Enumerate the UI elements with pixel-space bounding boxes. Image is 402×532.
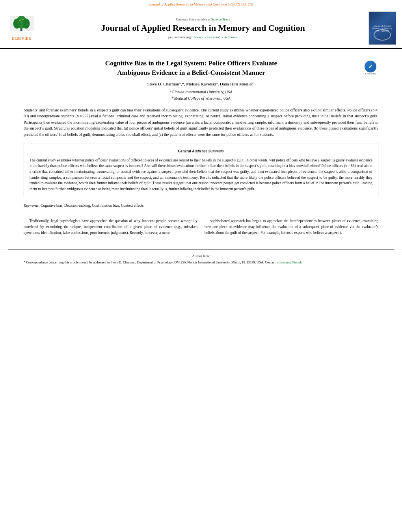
journal-citation: Journal of Applied Research in Memory an… <box>0 0 402 8</box>
publisher-logo-area: ★ ★ ★ ELSEVIER <box>4 11 39 45</box>
footer: Author Note * Correspondence concerning … <box>0 250 402 269</box>
keywords: Keywords: Cognitive bias, Decision-makin… <box>24 203 378 208</box>
homepage-link[interactable]: www.elsevier.com/locate/jarmac <box>194 35 238 39</box>
intro-columns: Traditionally, legal psychologists have … <box>24 218 378 238</box>
affiliation-b: ᵇ Medical College of Wisconsin, USA <box>24 95 378 102</box>
intro-col-left: Traditionally, legal psychologists have … <box>24 218 197 238</box>
author-note-text: * Correspondence concerning this article… <box>24 260 378 265</box>
authors: Steve D. Charmanᵃ,*, Melissa Kavetskiᵃ, … <box>24 82 378 87</box>
elsevier-label: ELSEVIER <box>12 37 31 41</box>
keywords-label: Keywords: <box>24 204 40 208</box>
affiliation-a: ᵃ Florida International University, USA <box>24 89 378 95</box>
main-content: Cognitive Bias in the Legal System: Poli… <box>0 49 402 249</box>
journal-info: Contents lists available at ScienceDirec… <box>43 11 363 45</box>
general-audience-text: The current study examines whether polic… <box>30 158 372 192</box>
general-audience-title: General Audience Summary <box>30 148 372 154</box>
abstract: Students’ and forensic examiners’ belief… <box>24 107 378 138</box>
citation-text: Journal of Applied Research in Memory an… <box>149 2 253 6</box>
intro-col-right: sophisticated approach has begun to appr… <box>205 218 378 238</box>
crossmark-area: ✓ CrossMark <box>363 61 378 75</box>
contents-available: Contents lists available at ScienceDirec… <box>176 17 230 21</box>
crossmark-icon: ✓ <box>365 61 376 72</box>
elsevier-tree-icon: ★ ★ ★ <box>8 16 35 35</box>
affiliations: ᵃ Florida International University, USA … <box>24 89 378 102</box>
article-title-section: Cognitive Bias in the Legal System: Poli… <box>24 59 378 78</box>
author-email-link[interactable]: charmans@fiu.edu <box>277 260 302 264</box>
journal-cover-area: Journal of Applied Research in Memory an… <box>367 11 398 45</box>
intro-paragraph-left: Traditionally, legal psychologists have … <box>24 218 197 235</box>
author-note-title: Author Note <box>24 254 378 258</box>
keywords-text: Cognitive bias, Decision-making, Confirm… <box>41 204 143 208</box>
homepage-info: journal homepage: www.elsevier.com/locat… <box>168 35 238 39</box>
journal-name: Journal of Applied Research in Memory an… <box>101 23 305 33</box>
intro-paragraph-right: sophisticated approach has begun to appr… <box>205 218 378 235</box>
article-title: Cognitive Bias in the Legal System: Poli… <box>24 59 359 78</box>
journal-cover-image: Journal of Applied Research in Memory an… <box>368 11 396 45</box>
svg-text:★: ★ <box>17 22 19 23</box>
journal-header: ★ ★ ★ ELSEVIER Contents lists available … <box>0 8 402 49</box>
section-divider <box>24 214 378 214</box>
general-audience-box: General Audience Summary The current stu… <box>24 143 378 197</box>
sciencedirect-link[interactable]: ScienceDirect <box>211 17 230 21</box>
